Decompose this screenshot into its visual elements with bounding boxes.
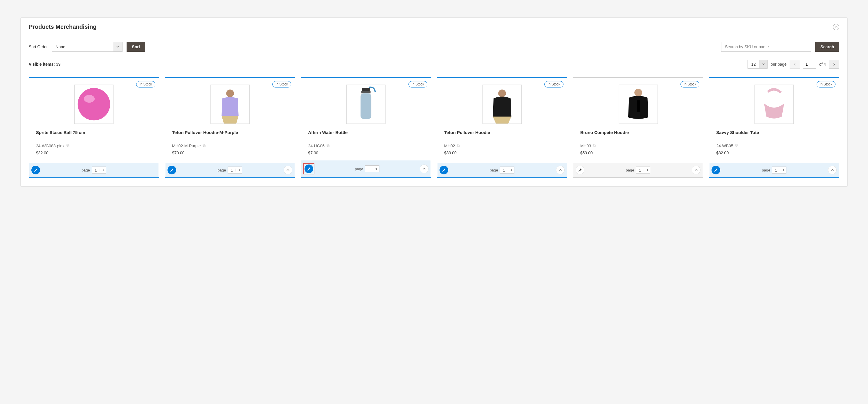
copy-icon[interactable] — [326, 144, 330, 148]
pin-button[interactable] — [576, 166, 584, 174]
card-page-group: page — [762, 167, 786, 174]
product-footer: page — [165, 163, 295, 177]
card-page-go[interactable] — [100, 169, 106, 172]
card-page-go[interactable] — [508, 169, 514, 172]
product-body: Affirm Water Bottle24-UG06$7.00 — [301, 127, 431, 161]
pager-group: 12 per page of 4 — [747, 60, 839, 68]
product-card[interactable]: In StockTeton Pullover HoodieMH02$33.00p… — [437, 77, 567, 178]
stock-badge: In Stock — [544, 81, 563, 87]
card-page-go[interactable] — [373, 167, 379, 170]
product-name: Teton Pullover Hoodie-M-Purple — [172, 129, 288, 141]
svg-rect-3 — [67, 144, 68, 146]
card-page-label: page — [218, 168, 226, 172]
card-page-input-group — [92, 167, 106, 174]
svg-point-1 — [84, 95, 95, 103]
card-page-input[interactable] — [365, 167, 373, 171]
current-page-input[interactable] — [803, 60, 816, 68]
info-row: Visible items: 39 12 per page of 4 — [29, 60, 839, 68]
product-sku: 24-WB05 — [716, 144, 832, 148]
product-footer: page — [709, 163, 839, 177]
card-page-input[interactable] — [92, 168, 100, 172]
search-group: Search — [721, 42, 839, 52]
svg-rect-17 — [594, 145, 596, 147]
card-page-input-group — [227, 167, 242, 174]
product-price: $32.00 — [36, 150, 152, 155]
pin-button[interactable] — [31, 166, 40, 174]
copy-icon[interactable] — [66, 144, 70, 148]
card-page-input-group — [772, 167, 786, 174]
svg-rect-6 — [203, 144, 205, 146]
product-image — [619, 85, 658, 124]
card-page-label: page — [490, 168, 498, 172]
card-page-input[interactable] — [500, 168, 508, 172]
card-page-group: page — [490, 167, 515, 174]
move-to-top-button[interactable] — [284, 166, 292, 174]
product-sku: 24-UG06 — [308, 144, 424, 148]
sort-button[interactable]: Sort — [127, 42, 145, 52]
panel-header: Products Merchandising — [29, 24, 839, 30]
card-page-group: page — [82, 167, 106, 174]
visible-items-label: Visible items: — [29, 62, 55, 66]
product-image — [483, 85, 522, 124]
stock-badge: In Stock — [408, 81, 427, 87]
product-footer: page — [29, 163, 159, 177]
product-card[interactable]: In StockAffirm Water Bottle24-UG06$7.00p… — [301, 77, 431, 178]
card-page-input[interactable] — [228, 168, 236, 172]
product-name: Sprite Stasis Ball 75 cm — [36, 129, 152, 141]
copy-icon[interactable] — [457, 144, 460, 148]
sort-order-select[interactable]: None — [52, 42, 123, 52]
product-card[interactable]: In StockSprite Stasis Ball 75 cm24-WG083… — [29, 77, 159, 178]
per-page-select[interactable]: 12 — [747, 60, 768, 68]
copy-icon[interactable] — [593, 144, 596, 148]
card-page-go[interactable] — [236, 169, 242, 172]
svg-rect-13 — [458, 145, 460, 147]
product-sku: MH03 — [580, 144, 696, 148]
product-body: Sprite Stasis Ball 75 cm24-WG083-pink$32… — [29, 127, 159, 163]
move-to-top-button[interactable] — [556, 166, 565, 174]
pin-button[interactable] — [305, 165, 313, 173]
copy-icon[interactable] — [202, 144, 206, 148]
card-page-label: page — [355, 167, 363, 171]
stock-badge: In Stock — [272, 81, 291, 87]
svg-rect-11 — [327, 144, 329, 146]
search-button[interactable]: Search — [815, 42, 839, 52]
card-page-group: page — [626, 167, 651, 174]
product-card[interactable]: In StockBruno Compete HoodieMH03$53.00pa… — [573, 77, 704, 178]
product-price: $7.00 — [308, 150, 424, 155]
product-body: Bruno Compete HoodieMH03$53.00 — [574, 127, 703, 163]
sort-order-value: None — [52, 42, 113, 52]
visible-items-count: 39 — [56, 62, 61, 66]
chevron-up-icon — [835, 26, 838, 28]
controls-row: Sort Order None Sort Search — [29, 42, 839, 52]
prev-page-button[interactable] — [789, 60, 800, 68]
card-page-input[interactable] — [636, 168, 644, 172]
card-page-input[interactable] — [772, 168, 780, 172]
svg-point-0 — [78, 88, 110, 121]
card-page-go[interactable] — [644, 169, 650, 172]
product-name: Teton Pullover Hoodie — [444, 129, 560, 141]
next-page-button[interactable] — [829, 60, 839, 68]
svg-rect-20 — [736, 144, 737, 146]
svg-rect-10 — [328, 145, 329, 147]
merchandising-panel: Products Merchandising Sort Order None S… — [20, 18, 848, 186]
per-page-value: 12 — [748, 60, 760, 68]
move-to-top-button[interactable] — [828, 166, 837, 174]
pin-button[interactable] — [167, 166, 176, 174]
pin-button[interactable] — [439, 166, 448, 174]
panel-title: Products Merchandising — [29, 24, 96, 30]
chevron-right-icon — [833, 63, 836, 66]
svg-rect-7 — [362, 88, 370, 91]
collapse-panel-button[interactable] — [833, 24, 839, 30]
pin-button[interactable] — [712, 166, 720, 174]
search-input[interactable] — [721, 42, 811, 52]
product-card[interactable]: In StockTeton Pullover Hoodie-M-PurpleMH… — [165, 77, 295, 178]
copy-icon[interactable] — [735, 144, 739, 148]
product-sku: 24-WG083-pink — [36, 144, 152, 148]
move-to-top-button[interactable] — [692, 166, 701, 174]
card-page-group: page — [355, 165, 379, 172]
product-footer: page — [437, 163, 567, 177]
product-card[interactable]: In StockSavvy Shoulder Tote24-WB05$32.00… — [709, 77, 839, 178]
stock-badge: In Stock — [680, 81, 699, 87]
card-page-go[interactable] — [780, 169, 786, 172]
move-to-top-button[interactable] — [420, 165, 429, 173]
